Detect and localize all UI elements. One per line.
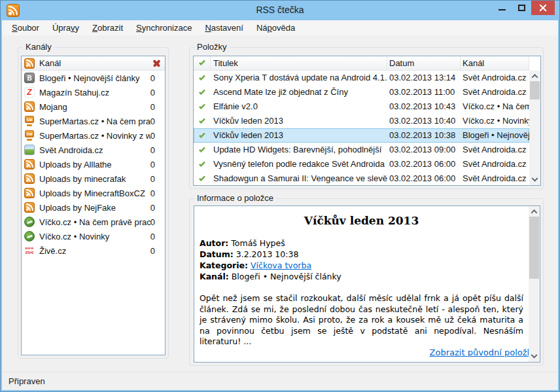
item-channel: Svět Androida.cz (461, 143, 529, 157)
info-field-label: Kategorie: (200, 260, 248, 270)
minimize-button[interactable] (492, 1, 512, 15)
rss-icon (24, 173, 35, 184)
menu-item-upravy[interactable]: Úpravy (46, 20, 86, 35)
item-row[interactable]: Ascend Mate lze již objednat z Číny03.02… (194, 85, 529, 99)
menu-bar: SouborÚpravyZobrazitSynchronizaceNastave… (2, 20, 558, 35)
channel-row[interactable]: Víčko.cz • Novinky0 (22, 229, 165, 243)
channel-row[interactable]: wwwziveŽivě.cz0 (22, 243, 165, 258)
item-channel: Svět Androida.cz (461, 157, 529, 171)
channel-row[interactable]: Uploads by Alllathe0 (22, 157, 165, 171)
maximize-button[interactable] (512, 1, 531, 15)
info-groupbox: Informace o položce Víčkův leden 2013 Au… (189, 198, 544, 366)
item-title: Ascend Mate lze již objednat z Číny (211, 85, 387, 99)
item-row[interactable]: Update HD Widgets: Barevnější, pohodlněj… (194, 143, 529, 157)
item-title: Sony Xperia T dostává update na Android … (211, 71, 387, 85)
menu-item-synchronizace[interactable]: Synchronizace (130, 20, 198, 35)
channel-row[interactable]: ZMagazín Stahuj.cz0 (22, 85, 165, 99)
category-link[interactable]: Víčkova tvorba (251, 260, 311, 270)
item-row[interactable]: Sony Xperia T dostává update na Android … (194, 71, 529, 85)
channel-row[interactable]: Svět Androida.cz0 (22, 143, 165, 157)
scrollbar-thumb[interactable] (530, 81, 540, 99)
channel-row[interactable]: SMSuperMartas.cz • Na čem prac0 (22, 114, 165, 128)
channel-name: Víčko.cz • Na čem právě pracu (39, 217, 150, 227)
maximize-icon (518, 5, 525, 11)
item-channel: Svět Androida.cz (461, 171, 529, 186)
show-original-link[interactable]: Zobrazit původní položku (430, 347, 537, 357)
channel-column-header[interactable]: Kanál (461, 56, 529, 70)
info-field-value: Blogeři • Nejnovější články (232, 272, 341, 281)
article-title: Víčkův leden 2013 (200, 214, 523, 227)
delete-channel-icon[interactable] (152, 58, 162, 69)
item-channel: Víčko.cz • Novinky (461, 114, 529, 128)
channel-list-header[interactable]: Kanál (22, 56, 165, 71)
channel-list-body: BBlogeři • Nejnovější články0ZMagazín St… (22, 71, 165, 258)
channel-row[interactable]: Uploads by minecrafak0 (22, 171, 165, 186)
rss-icon (24, 188, 35, 198)
channel-name: SuperMartas.cz • Novinky z w (39, 131, 150, 141)
item-channel: Blogeři • Nejnovějš (461, 128, 529, 143)
channel-unread-count: 0 (150, 188, 162, 198)
info-field: Datum: 3.2.2013 10:38 (200, 249, 523, 260)
item-date: 03.02.2013 06:00 (387, 157, 461, 171)
items-scrollbar (529, 71, 540, 185)
info-field: Kategorie: Víčkova tvorba (200, 260, 523, 271)
item-row[interactable]: Vysněný telefon podle redakce Svět Andro… (194, 157, 529, 171)
item-read-cell (194, 71, 211, 85)
item-title: Shadowgun a Samurai II: Vengeance ve sle… (211, 171, 387, 186)
channel-row[interactable]: Uploads by NejFake0 (22, 200, 165, 215)
channel-column-header: Kanál (39, 58, 152, 68)
channel-row[interactable]: Uploads by MinecraftBoxCZ0 (22, 186, 165, 200)
channel-list: Kanál BBlogeři • Nejnovější články0ZMaga… (21, 56, 166, 355)
check-icon (197, 87, 207, 98)
menu-item-soubor[interactable]: Soubor (5, 20, 46, 35)
item-channel: Svět Androida.cz (461, 85, 529, 99)
scrollbar-thumb[interactable] (529, 217, 539, 279)
channel-row[interactable]: Mojang0 (22, 99, 165, 114)
item-date: 03.02.2013 11:00 (387, 85, 461, 99)
channel-unread-count: 0 (150, 73, 162, 83)
item-row[interactable]: Shadowgun a Samurai II: Vengeance ve sle… (194, 171, 529, 186)
item-channel: Víčko.cz • Na čem (461, 99, 529, 114)
vicko-icon (24, 231, 35, 241)
item-row[interactable]: Víčkův leden 201303.02.2013 10:38Blogeři… (194, 128, 529, 143)
items-group-label: Položky (194, 42, 230, 52)
chevron-down-icon (532, 175, 538, 181)
info-field: Autor: Tomáš Hypeš (200, 238, 523, 249)
info-panel: Víčkův leden 2013 Autor: Tomáš HypešDatu… (194, 205, 540, 363)
item-title: Víčkův leden 2013 (211, 128, 387, 143)
date-column-header[interactable]: Datum (387, 56, 461, 70)
item-title: Update HD Widgets: Barevnější, pohodlněj… (211, 143, 387, 157)
client-area: SouborÚpravyZobrazitSynchronizaceNastave… (2, 20, 558, 390)
scroll-up-button[interactable] (529, 71, 540, 81)
close-button[interactable] (531, 1, 555, 15)
check-icon (197, 159, 207, 169)
scroll-down-button[interactable] (529, 175, 540, 185)
status-bar: Připraven (2, 372, 558, 390)
channel-row[interactable]: BBlogeři • Nejnovější články0 (22, 71, 165, 85)
channel-row[interactable]: SMSuperMartas.cz • Novinky z w0 (22, 128, 165, 143)
scroll-down-button[interactable] (529, 351, 540, 362)
titlebar[interactable]: RSS čtečka (1, 1, 559, 20)
item-date: 03.02.2013 09:00 (387, 143, 461, 157)
info-field-label: Kanál: (200, 272, 229, 281)
check-icon (197, 101, 207, 112)
channels-groupbox: Kanály Kanál BBlogeři • Nejnovější článk… (18, 47, 169, 359)
item-row[interactable]: Víčkův leden 201303.02.2013 10:40Víčko.c… (194, 114, 529, 128)
channel-name: Víčko.cz • Novinky (39, 232, 150, 241)
article-body: Opět než jsem se stačil rozkoukat, další… (200, 293, 523, 347)
item-read-cell (194, 99, 211, 114)
scroll-up-button[interactable] (529, 206, 540, 217)
menu-item-napoveda[interactable]: Nápověda (250, 20, 302, 35)
menu-item-zobrazit[interactable]: Zobrazit (86, 20, 130, 35)
title-column-header[interactable]: Titulek (211, 56, 387, 70)
item-row[interactable]: Elfánie v2.003.02.2013 10:43Víčko.cz • N… (194, 99, 529, 114)
menu-item-nastaveni[interactable]: Nastavení (198, 20, 250, 35)
check-icon (197, 58, 207, 69)
channel-row[interactable]: Víčko.cz • Na čem právě pracu0 (22, 215, 165, 229)
read-column-header[interactable] (194, 56, 211, 70)
channel-name: Živě.cz (39, 246, 150, 256)
window-title: RSS čtečka (1, 1, 559, 20)
channel-unread-count: 0 (150, 116, 162, 126)
channel-unread-count: 0 (150, 246, 162, 256)
item-date: 03.02.2013 10:40 (387, 114, 461, 128)
